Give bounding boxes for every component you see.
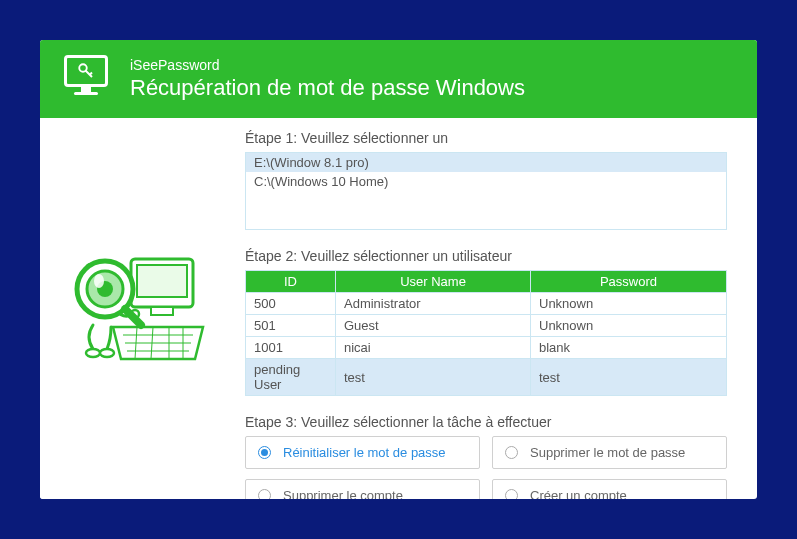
table-row[interactable]: pending Usertesttest xyxy=(246,359,727,396)
svg-point-20 xyxy=(86,349,100,357)
step1-label: Étape 1: Veuillez sélectionner un xyxy=(245,130,727,146)
table-cell: 1001 xyxy=(246,337,336,359)
header: iSeePassword Récupération de mot de pass… xyxy=(40,40,757,118)
app-logo-icon xyxy=(60,55,112,103)
task-row: Supprimer le compteCréer un compte xyxy=(245,479,727,499)
task-option[interactable]: Supprimer le mot de passe xyxy=(492,436,727,469)
task-option[interactable]: Réinitialiser le mot de passe xyxy=(245,436,480,469)
task-option-label: Supprimer le mot de passe xyxy=(530,445,685,460)
task-option[interactable]: Créer un compte xyxy=(492,479,727,499)
svg-rect-4 xyxy=(137,265,187,297)
content: Étape 1: Veuillez sélectionner un E:\(Wi… xyxy=(40,118,757,499)
table-cell: Unknown xyxy=(531,293,727,315)
app-title: Récupération de mot de passe Windows xyxy=(130,75,525,101)
table-row[interactable]: 1001nicaiblank xyxy=(246,337,727,359)
task-option-label: Réinitialiser le mot de passe xyxy=(283,445,446,460)
radio-icon xyxy=(505,446,518,459)
header-text: iSeePassword Récupération de mot de pass… xyxy=(130,57,525,101)
table-row[interactable]: 500AdministratorUnknown xyxy=(246,293,727,315)
sidebar xyxy=(40,118,235,499)
step2-label: Étape 2: Veuillez sélectionner un utilis… xyxy=(245,248,727,264)
step3-label: Etape 3: Veuillez sélectionner la tâche … xyxy=(245,414,727,430)
brand-name: iSeePassword xyxy=(130,57,525,73)
table-cell: Unknown xyxy=(531,315,727,337)
task-row: Réinitialiser le mot de passeSupprimer l… xyxy=(245,436,727,469)
os-list-item[interactable]: E:\(Window 8.1 pro) xyxy=(246,153,726,172)
table-cell: pending User xyxy=(246,359,336,396)
svg-point-21 xyxy=(100,349,114,357)
main-panel: Étape 1: Veuillez sélectionner un E:\(Wi… xyxy=(235,118,757,499)
mascot-icon xyxy=(63,219,213,399)
table-row[interactable]: 501GuestUnknown xyxy=(246,315,727,337)
radio-icon xyxy=(258,446,271,459)
th-name: User Name xyxy=(336,271,531,293)
app-window: iSeePassword Récupération de mot de pass… xyxy=(40,40,757,499)
table-cell: 500 xyxy=(246,293,336,315)
radio-icon xyxy=(505,489,518,499)
table-cell: test xyxy=(531,359,727,396)
table-cell: Guest xyxy=(336,315,531,337)
table-cell: nicai xyxy=(336,337,531,359)
os-listbox[interactable]: E:\(Window 8.1 pro)C:\(Windows 10 Home) xyxy=(245,152,727,230)
th-id: ID xyxy=(246,271,336,293)
step2: Étape 2: Veuillez sélectionner un utilis… xyxy=(245,248,727,396)
task-option-label: Créer un compte xyxy=(530,488,627,499)
step3: Etape 3: Veuillez sélectionner la tâche … xyxy=(245,414,727,499)
table-cell: 501 xyxy=(246,315,336,337)
task-option[interactable]: Supprimer le compte xyxy=(245,479,480,499)
task-option-label: Supprimer le compte xyxy=(283,488,403,499)
svg-rect-5 xyxy=(151,307,173,315)
table-cell: blank xyxy=(531,337,727,359)
th-pwd: Password xyxy=(531,271,727,293)
user-table: ID User Name Password 500AdministratorUn… xyxy=(245,270,727,396)
svg-point-18 xyxy=(94,274,104,288)
step1: Étape 1: Veuillez sélectionner un E:\(Wi… xyxy=(245,130,727,230)
os-list-item[interactable]: C:\(Windows 10 Home) xyxy=(246,172,726,191)
svg-line-2 xyxy=(90,73,92,75)
radio-icon xyxy=(258,489,271,499)
table-cell: test xyxy=(336,359,531,396)
table-cell: Administrator xyxy=(336,293,531,315)
